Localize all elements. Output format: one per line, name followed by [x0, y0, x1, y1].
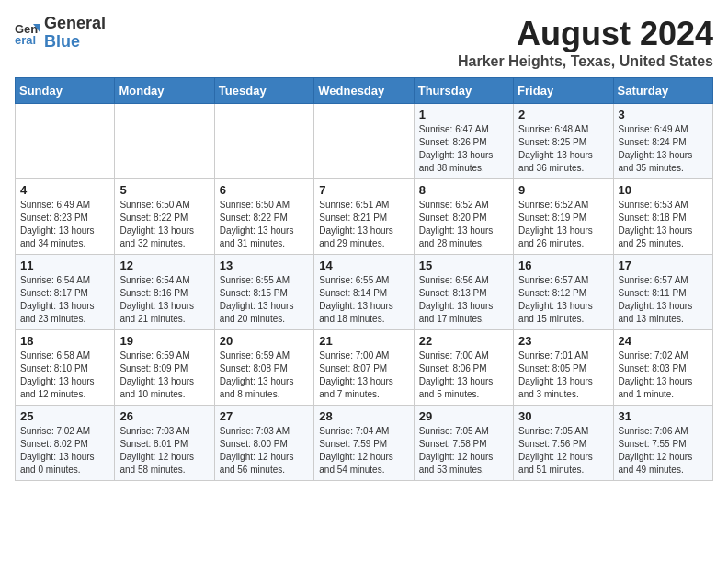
day-info: Sunrise: 7:02 AM Sunset: 8:03 PM Dayligh… — [619, 350, 708, 401]
day-info: Sunrise: 7:05 AM Sunset: 7:56 PM Dayligh… — [518, 425, 608, 477]
day-info: Sunrise: 7:00 AM Sunset: 8:06 PM Dayligh… — [419, 350, 508, 401]
day-info: Sunrise: 6:55 AM Sunset: 8:15 PM Dayligh… — [220, 274, 309, 326]
svg-text:eral: eral — [15, 33, 36, 46]
calendar-cell: 25Sunrise: 7:02 AM Sunset: 8:02 PM Dayli… — [16, 406, 115, 481]
day-number: 3 — [619, 108, 708, 121]
main-title: August 2024 — [458, 15, 713, 53]
calendar-cell: 1Sunrise: 6:47 AM Sunset: 8:26 PM Daylig… — [414, 104, 513, 179]
day-number: 18 — [20, 334, 109, 348]
day-info: Sunrise: 6:49 AM Sunset: 8:23 PM Dayligh… — [20, 199, 109, 250]
day-info: Sunrise: 7:06 AM Sunset: 7:55 PM Dayligh… — [619, 425, 708, 477]
calendar-cell: 26Sunrise: 7:03 AM Sunset: 8:01 PM Dayli… — [115, 406, 214, 481]
day-number: 10 — [619, 183, 708, 197]
calendar-cell: 23Sunrise: 7:01 AM Sunset: 8:05 PM Dayli… — [514, 330, 613, 406]
day-number: 21 — [319, 334, 408, 348]
day-info: Sunrise: 6:59 AM Sunset: 8:09 PM Dayligh… — [119, 350, 209, 401]
calendar-cell — [214, 104, 313, 179]
calendar-cell: 14Sunrise: 6:55 AM Sunset: 8:14 PM Dayli… — [314, 255, 414, 330]
day-number: 16 — [518, 259, 608, 272]
day-info: Sunrise: 6:51 AM Sunset: 8:21 PM Dayligh… — [319, 199, 408, 250]
weekday-header-saturday: Saturday — [613, 78, 712, 104]
day-number: 9 — [518, 183, 608, 197]
calendar-week-3: 11Sunrise: 6:54 AM Sunset: 8:17 PM Dayli… — [16, 255, 713, 330]
day-number: 31 — [619, 409, 708, 423]
title-block: August 2024 Harker Heights, Texas, Unite… — [458, 15, 713, 70]
day-info: Sunrise: 6:54 AM Sunset: 8:16 PM Dayligh… — [119, 274, 209, 326]
day-number: 29 — [419, 409, 508, 423]
day-info: Sunrise: 7:02 AM Sunset: 8:02 PM Dayligh… — [20, 425, 109, 477]
day-number: 7 — [319, 183, 408, 197]
day-number: 13 — [220, 259, 309, 272]
day-number: 23 — [518, 334, 608, 348]
day-info: Sunrise: 6:57 AM Sunset: 8:12 PM Dayligh… — [518, 274, 608, 326]
calendar-cell: 7Sunrise: 6:51 AM Sunset: 8:21 PM Daylig… — [314, 179, 414, 255]
logo: Gen eral General Blue — [15, 15, 106, 52]
day-info: Sunrise: 6:49 AM Sunset: 8:24 PM Dayligh… — [619, 123, 708, 175]
calendar-cell: 31Sunrise: 7:06 AM Sunset: 7:55 PM Dayli… — [613, 406, 712, 481]
day-number: 2 — [518, 108, 608, 121]
day-info: Sunrise: 6:48 AM Sunset: 8:25 PM Dayligh… — [518, 123, 608, 175]
day-number: 28 — [319, 409, 408, 423]
calendar-cell: 8Sunrise: 6:52 AM Sunset: 8:20 PM Daylig… — [414, 179, 513, 255]
day-info: Sunrise: 7:00 AM Sunset: 8:07 PM Dayligh… — [319, 350, 408, 401]
calendar-table: SundayMondayTuesdayWednesdayThursdayFrid… — [15, 77, 713, 481]
day-info: Sunrise: 6:52 AM Sunset: 8:19 PM Dayligh… — [518, 199, 608, 250]
day-number: 12 — [119, 259, 209, 272]
day-number: 25 — [20, 409, 109, 423]
calendar-cell: 27Sunrise: 7:03 AM Sunset: 8:00 PM Dayli… — [214, 406, 313, 481]
weekday-header-sunday: Sunday — [16, 78, 115, 104]
day-number: 24 — [619, 334, 708, 348]
day-number: 15 — [419, 259, 508, 272]
calendar-cell: 11Sunrise: 6:54 AM Sunset: 8:17 PM Dayli… — [16, 255, 115, 330]
calendar-cell: 13Sunrise: 6:55 AM Sunset: 8:15 PM Dayli… — [214, 255, 313, 330]
calendar-cell: 3Sunrise: 6:49 AM Sunset: 8:24 PM Daylig… — [613, 104, 712, 179]
day-number: 5 — [119, 183, 209, 197]
day-info: Sunrise: 7:04 AM Sunset: 7:59 PM Dayligh… — [319, 425, 408, 477]
calendar-cell: 21Sunrise: 7:00 AM Sunset: 8:07 PM Dayli… — [314, 330, 414, 406]
day-number: 22 — [419, 334, 508, 348]
weekday-header-wednesday: Wednesday — [314, 78, 414, 104]
day-info: Sunrise: 7:05 AM Sunset: 7:58 PM Dayligh… — [419, 425, 508, 477]
day-info: Sunrise: 6:52 AM Sunset: 8:20 PM Dayligh… — [419, 199, 508, 250]
day-number: 20 — [220, 334, 309, 348]
calendar-cell: 19Sunrise: 6:59 AM Sunset: 8:09 PM Dayli… — [115, 330, 214, 406]
weekday-header-monday: Monday — [115, 78, 214, 104]
calendar-cell — [16, 104, 115, 179]
calendar-week-1: 1Sunrise: 6:47 AM Sunset: 8:26 PM Daylig… — [16, 104, 713, 179]
day-number: 8 — [419, 183, 508, 197]
weekday-header-friday: Friday — [514, 78, 613, 104]
calendar-cell: 29Sunrise: 7:05 AM Sunset: 7:58 PM Dayli… — [414, 406, 513, 481]
day-info: Sunrise: 7:03 AM Sunset: 8:01 PM Dayligh… — [119, 425, 209, 477]
calendar-cell: 24Sunrise: 7:02 AM Sunset: 8:03 PM Dayli… — [613, 330, 712, 406]
calendar-week-4: 18Sunrise: 6:58 AM Sunset: 8:10 PM Dayli… — [16, 330, 713, 406]
day-number: 1 — [419, 108, 508, 121]
calendar-cell: 22Sunrise: 7:00 AM Sunset: 8:06 PM Dayli… — [414, 330, 513, 406]
calendar-cell: 6Sunrise: 6:50 AM Sunset: 8:22 PM Daylig… — [214, 179, 313, 255]
calendar-week-5: 25Sunrise: 7:02 AM Sunset: 8:02 PM Dayli… — [16, 406, 713, 481]
page-header: Gen eral General Blue August 2024 Harker… — [15, 15, 713, 70]
day-number: 14 — [319, 259, 408, 272]
day-number: 11 — [20, 259, 109, 272]
calendar-cell: 17Sunrise: 6:57 AM Sunset: 8:11 PM Dayli… — [613, 255, 712, 330]
calendar-cell — [115, 104, 214, 179]
weekday-header-tuesday: Tuesday — [214, 78, 313, 104]
calendar-cell: 15Sunrise: 6:56 AM Sunset: 8:13 PM Dayli… — [414, 255, 513, 330]
day-number: 17 — [619, 259, 708, 272]
day-number: 30 — [518, 409, 608, 423]
weekday-header-thursday: Thursday — [414, 78, 513, 104]
day-number: 19 — [119, 334, 209, 348]
calendar-cell — [314, 104, 414, 179]
logo-text: General Blue — [44, 15, 106, 52]
day-info: Sunrise: 6:47 AM Sunset: 8:26 PM Dayligh… — [419, 123, 508, 175]
logo-icon: Gen eral — [15, 20, 40, 46]
day-info: Sunrise: 7:01 AM Sunset: 8:05 PM Dayligh… — [518, 350, 608, 401]
calendar-cell: 18Sunrise: 6:58 AM Sunset: 8:10 PM Dayli… — [16, 330, 115, 406]
calendar-cell: 12Sunrise: 6:54 AM Sunset: 8:16 PM Dayli… — [115, 255, 214, 330]
calendar-cell: 2Sunrise: 6:48 AM Sunset: 8:25 PM Daylig… — [514, 104, 613, 179]
calendar-cell: 9Sunrise: 6:52 AM Sunset: 8:19 PM Daylig… — [514, 179, 613, 255]
calendar-cell: 30Sunrise: 7:05 AM Sunset: 7:56 PM Dayli… — [514, 406, 613, 481]
day-info: Sunrise: 6:55 AM Sunset: 8:14 PM Dayligh… — [319, 274, 408, 326]
day-info: Sunrise: 6:54 AM Sunset: 8:17 PM Dayligh… — [20, 274, 109, 326]
calendar-cell: 16Sunrise: 6:57 AM Sunset: 8:12 PM Dayli… — [514, 255, 613, 330]
day-info: Sunrise: 6:53 AM Sunset: 8:18 PM Dayligh… — [619, 199, 708, 250]
